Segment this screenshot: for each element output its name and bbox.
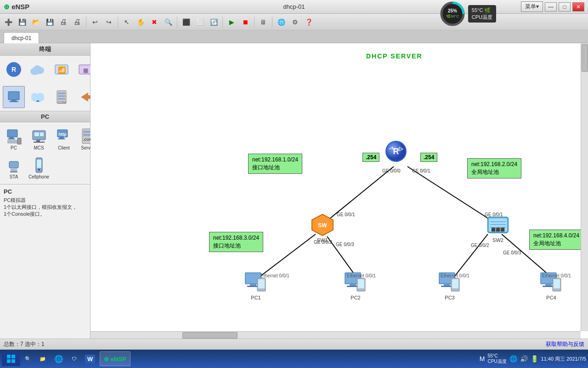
taskbar: 🔍 📁 🌐 🛡 W ⊕ eNSP M 55°CCPU温度 🌐 🔊 🔋 11:40… xyxy=(0,350,588,368)
taskbar-word[interactable]: W xyxy=(81,351,99,366)
dhcp-server-label: DHCP SERVER xyxy=(366,52,423,60)
print2-button[interactable]: 🖨 xyxy=(71,16,84,29)
maximize-button[interactable]: □ xyxy=(559,2,571,12)
pc4-eth-label: Ethernet 0/0/1 xyxy=(542,273,571,278)
taskbar-ensp[interactable]: ⊕ eNSP xyxy=(100,351,130,366)
delete-button[interactable]: ✖ xyxy=(148,16,161,29)
vscroll-thumb[interactable] xyxy=(582,44,588,72)
sidebar-item-cellphone[interactable]: Cellphone xyxy=(27,154,51,181)
taskbar-search[interactable]: 🔍 xyxy=(21,351,35,366)
help-link[interactable]: 获取帮助与反馈 xyxy=(546,340,584,348)
tray-network[interactable]: 🌐 xyxy=(509,355,517,362)
sidebar-item-client[interactable]: http Client xyxy=(53,125,75,152)
select-button[interactable]: ↖ xyxy=(120,16,133,29)
sw2-device[interactable]: ⬛⬛⬛ SW2 xyxy=(486,213,509,243)
save-button[interactable]: 💾 xyxy=(43,16,56,29)
taskbar-explorer[interactable]: 📁 xyxy=(36,351,50,366)
separator6 xyxy=(272,17,272,28)
undo-button[interactable]: ↩ xyxy=(89,16,102,29)
svg-rect-81 xyxy=(452,279,458,288)
svg-text:R: R xyxy=(393,147,399,156)
svg-rect-71 xyxy=(258,279,265,288)
net3-label: net:192.168.3.0/24 接口地址池 xyxy=(209,232,263,252)
print1-button[interactable]: 🖨 xyxy=(57,16,70,29)
pc-type-icon xyxy=(5,88,23,106)
device-type-pc-selected[interactable] xyxy=(3,86,25,108)
cellphone-sidebar-label: Cellphone xyxy=(28,174,49,179)
svg-rect-33 xyxy=(34,132,39,136)
sidebar-item-pc[interactable]: PC xyxy=(3,125,25,152)
add-text-button[interactable]: ⬜ xyxy=(193,16,206,29)
sidebar-item-mcs[interactable]: MCS xyxy=(27,125,51,152)
start-all-button[interactable]: ▶ xyxy=(225,16,238,29)
device-type-cloud[interactable] xyxy=(27,58,49,80)
close-button[interactable]: ✕ xyxy=(572,2,584,12)
menu-button[interactable]: 菜单▾ xyxy=(521,1,543,12)
sidebar-header: 终端 xyxy=(0,43,90,56)
sw1-icon: SW xyxy=(311,213,334,236)
taskbar-security[interactable]: 🛡 xyxy=(68,351,80,366)
hscroll-thumb[interactable] xyxy=(182,332,237,339)
device-type-wifi[interactable]: 📶 xyxy=(51,58,73,80)
cloud-type-icon xyxy=(28,60,47,79)
svg-point-9 xyxy=(34,65,41,72)
wifi-type-icon: 📶 xyxy=(52,60,71,79)
titlebar-left: ⊕ eNSP xyxy=(4,3,29,11)
help-button[interactable]: ❓ xyxy=(302,16,315,29)
device-type-server[interactable]: .COM xyxy=(51,86,73,108)
canvas-area[interactable]: DHCP SERVER R .254 .254 GE 0/0/0 GE 0/0/… xyxy=(90,43,588,339)
system-clock: 11:40 周三 2021/7/5 xyxy=(541,356,586,362)
sw2-label: SW2 xyxy=(492,237,503,243)
start-button[interactable] xyxy=(2,351,20,366)
capture-button[interactable]: 🖥 xyxy=(257,16,270,29)
new-button[interactable]: ➕ xyxy=(2,16,15,29)
pan-button[interactable]: ✋ xyxy=(134,16,147,29)
titlebar-controls: 菜单▾ — □ ✕ xyxy=(521,1,584,12)
cpu-widget: 25% 🌿60°C 55°C 🌿 CPU温度 xyxy=(440,1,496,27)
add-link-button[interactable]: ⬛ xyxy=(180,16,192,29)
cellphone-sidebar-icon xyxy=(30,156,48,174)
status-left: 总数：7 选中：1 xyxy=(4,340,45,348)
svg-rect-14 xyxy=(8,92,19,100)
tray-sound[interactable]: 🔊 xyxy=(520,355,528,362)
pc1-label: PC1 xyxy=(251,295,260,300)
huawei-button[interactable]: 🌐 xyxy=(275,16,288,29)
settings-button[interactable]: ⚙ xyxy=(288,16,301,29)
refresh-button[interactable]: 🔃 xyxy=(207,16,220,29)
svg-rect-16 xyxy=(9,101,18,102)
svg-text:▦: ▦ xyxy=(83,67,88,74)
router-device[interactable]: R xyxy=(384,140,407,163)
pc-sidebar-label: PC xyxy=(11,145,17,150)
tray-temp: 55°CCPU温度 xyxy=(487,353,506,365)
server-type-icon: .COM xyxy=(52,88,71,106)
sidebar-item-sta[interactable]: STA xyxy=(3,154,25,181)
titlebar: ⊕ eNSP dhcp-01 菜单▾ — □ ✕ xyxy=(0,0,588,14)
vertical-scrollbar[interactable] xyxy=(581,43,588,331)
svg-rect-22 xyxy=(58,92,65,94)
svg-rect-83 xyxy=(545,284,552,286)
sw1-ge001-label: GE 0/0/1 xyxy=(337,212,355,217)
redo-button[interactable]: ↪ xyxy=(102,16,115,29)
tab-dhcp01[interactable]: dhcp-01 xyxy=(4,32,39,43)
tray-m-icon[interactable]: M xyxy=(480,355,485,362)
device-type-router[interactable]: R xyxy=(3,58,25,80)
sw1-ge002-label: GE 0/0/2 xyxy=(314,240,332,245)
svg-rect-46 xyxy=(11,168,17,172)
sw1-device[interactable]: SW SW1 xyxy=(311,213,334,243)
open-button[interactable]: 📂 xyxy=(29,16,42,29)
svg-rect-68 xyxy=(250,284,256,286)
stop-all-button[interactable]: ⏹ xyxy=(239,16,252,29)
open-device-button[interactable]: 💾 xyxy=(16,16,28,29)
pc4-label: PC4 xyxy=(546,295,556,300)
device-type-grid: R 📶 ▦ xyxy=(0,56,90,83)
tabbar: dhcp-01 xyxy=(0,30,588,43)
svg-rect-87 xyxy=(7,355,11,358)
device-type-cloud2[interactable]: ☁ xyxy=(27,86,49,108)
tray-battery[interactable]: 🔋 xyxy=(531,355,538,362)
minimize-button[interactable]: — xyxy=(545,2,557,12)
info-panel: PC PC模拟器 1个以太网接口，模拟收发报文， 1个Console接口。 xyxy=(0,184,90,339)
net1-label: net:192.168.1.0/24 接口地址池 xyxy=(248,154,302,174)
horizontal-scrollbar[interactable] xyxy=(90,331,581,339)
zoom-button[interactable]: 🔍 xyxy=(162,16,175,29)
taskbar-edge[interactable]: 🌐 xyxy=(51,351,67,366)
